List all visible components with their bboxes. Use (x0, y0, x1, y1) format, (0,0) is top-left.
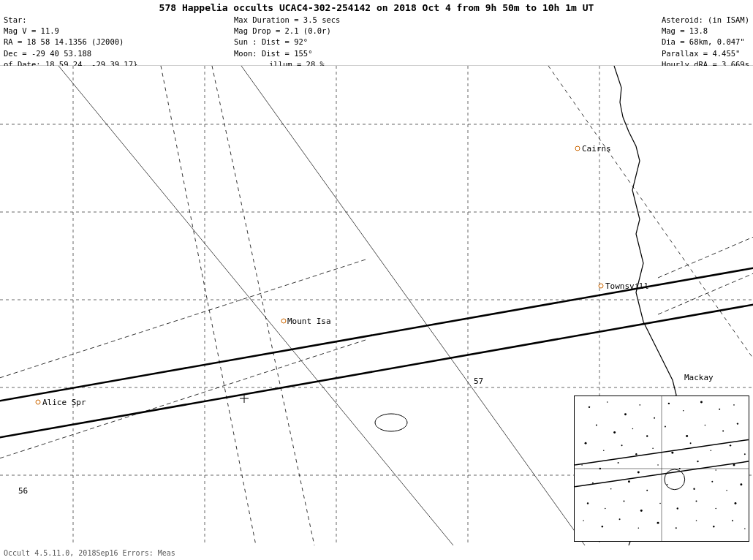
svg-point-81 (711, 481, 713, 483)
svg-point-63 (711, 450, 712, 451)
svg-point-101 (732, 520, 733, 521)
mag-drop-label: Mag Drop = (234, 26, 280, 35)
svg-point-68 (618, 462, 619, 463)
svg-point-65 (744, 453, 746, 455)
svg-point-69 (637, 471, 640, 473)
footer: Occult 4.5.11.0, 2018Sep16 Errors: Meas (0, 545, 753, 560)
svg-point-44 (700, 401, 703, 403)
svg-line-17 (212, 66, 314, 545)
asteroid-mag-label: Mag = (662, 26, 685, 35)
svg-point-55 (737, 423, 738, 424)
svg-point-46 (733, 404, 735, 406)
star-chart-inset (574, 396, 749, 542)
svg-point-95 (619, 518, 621, 520)
asteroid-header: Asteroid: (in ISAM) (662, 15, 749, 26)
svg-point-102 (744, 528, 746, 529)
max-duration-label: Max Duration = (234, 15, 299, 24)
mag-drop-value: 2.1 (0.0r) (285, 26, 331, 35)
svg-point-76 (610, 488, 612, 490)
svg-point-58 (621, 444, 623, 446)
svg-point-24 (575, 146, 580, 151)
asteroid-parallax-label: Parallax = (662, 49, 708, 58)
svg-point-60 (652, 447, 654, 449)
svg-point-52 (686, 435, 688, 437)
svg-text:Mackay: Mackay (684, 373, 714, 382)
svg-point-54 (722, 431, 724, 432)
svg-point-66 (581, 464, 583, 466)
svg-point-77 (628, 480, 630, 483)
svg-point-80 (693, 488, 695, 490)
svg-point-93 (583, 520, 584, 521)
max-duration: Max Duration = 3.5 secs (234, 15, 349, 26)
svg-point-51 (665, 426, 666, 428)
svg-point-50 (646, 435, 648, 436)
svg-point-100 (713, 526, 714, 527)
svg-point-94 (602, 526, 603, 527)
moon-dist-label: Moon: Dist = (234, 49, 290, 58)
svg-point-84 (587, 502, 589, 504)
sun-dist-value: 92° (294, 37, 308, 46)
asteroid-dia-angle: 0.047" (717, 37, 745, 46)
svg-point-74 (733, 464, 735, 466)
sun-dist-label: Sun : Dist = (234, 37, 290, 46)
svg-point-70 (657, 464, 659, 466)
svg-point-37 (589, 406, 590, 408)
svg-point-83 (740, 483, 742, 485)
asteroid-dia-label: Dia = (662, 37, 685, 46)
svg-point-38 (607, 401, 608, 403)
svg-point-78 (646, 490, 648, 491)
svg-point-88 (659, 503, 661, 504)
svg-point-42 (668, 403, 670, 404)
svg-point-45 (719, 409, 720, 410)
svg-point-57 (603, 450, 605, 451)
svg-point-56 (585, 442, 587, 444)
svg-point-28 (281, 319, 286, 323)
svg-point-26 (599, 284, 603, 288)
svg-point-87 (640, 510, 643, 512)
svg-text:Cairns: Cairns (582, 144, 611, 154)
moon-dist-value: 155° (294, 49, 312, 58)
max-duration-value: 3.5 secs (303, 15, 341, 24)
footer-text: Occult 4.5.11.0, 2018Sep16 Errors: Meas (4, 549, 175, 557)
svg-point-96 (638, 527, 640, 529)
asteroid-dia-value: 68km, (689, 37, 713, 46)
star-label: Star: (4, 15, 137, 26)
svg-line-19 (241, 66, 585, 545)
svg-line-18 (58, 66, 453, 545)
asteroid-dia: Dia = 68km, 0.047" (662, 37, 749, 48)
svg-point-64 (730, 444, 731, 446)
svg-line-16 (161, 66, 256, 545)
svg-text:Townsvill: Townsvill (605, 281, 649, 291)
svg-point-39 (624, 413, 627, 415)
svg-point-85 (605, 508, 606, 510)
header: 578 Happelia occults UCAC4-302-254142 on… (0, 0, 753, 66)
svg-point-23 (375, 414, 407, 431)
svg-text:Alice Spr: Alice Spr (42, 398, 86, 407)
svg-point-92 (734, 502, 736, 504)
svg-text:57: 57 (474, 377, 483, 386)
svg-point-48 (613, 431, 616, 434)
asteroid-parallax-value: 4.455" (712, 49, 740, 58)
main-canvas: 578 Happelia occults UCAC4-302-254142 on… (0, 0, 753, 560)
mag-drop: Mag Drop = 2.1 (0.0r) (234, 26, 349, 37)
svg-point-79 (667, 484, 668, 485)
svg-point-62 (690, 442, 692, 444)
svg-point-86 (624, 501, 625, 502)
svg-point-91 (715, 508, 716, 510)
sun-info: Sun : Dist = 92° (234, 37, 349, 48)
star-mag: Mag V = 11.9 (4, 26, 137, 37)
title-bar: 578 Happelia occults UCAC4-302-254142 on… (0, 2, 753, 13)
svg-point-41 (654, 417, 655, 419)
svg-point-99 (696, 520, 697, 521)
svg-point-89 (677, 507, 678, 509)
svg-point-73 (715, 469, 716, 471)
svg-point-49 (632, 428, 634, 430)
svg-point-30 (36, 400, 40, 404)
svg-text:Mount Isa: Mount Isa (287, 317, 331, 326)
svg-point-43 (683, 410, 684, 412)
svg-point-53 (705, 425, 706, 426)
svg-point-40 (640, 404, 641, 406)
svg-point-61 (671, 452, 673, 454)
star-chart-svg (575, 396, 749, 541)
svg-point-59 (635, 453, 637, 455)
